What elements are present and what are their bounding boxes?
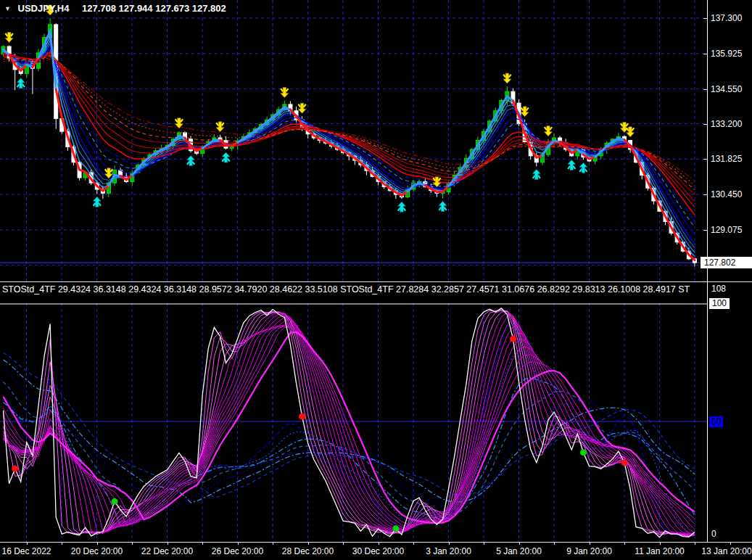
time-axis-tick — [484, 542, 484, 545]
symbol-dropdown-icon[interactable]: ▼ — [4, 5, 11, 12]
time-axis-tick — [202, 542, 203, 545]
price-axis-label: 129.075 — [711, 225, 742, 235]
time-axis-label: 3 Jan 20:00 — [426, 546, 471, 556]
time-axis-tick — [590, 542, 590, 545]
time-axis-label: 9 Jan 20:00 — [566, 546, 612, 556]
price-axis-tick — [703, 159, 707, 160]
time-axis-tick — [273, 542, 273, 545]
ohlc-values: 127.708 127.944 127.673 127.802 — [82, 3, 226, 14]
time-axis-tick — [695, 542, 695, 545]
price-axis-tick — [703, 18, 707, 19]
indicator-canvas[interactable] — [0, 303, 752, 542]
indicator-values-bar: STOStd_4TF 29.4324 36.3148 29.4324 36.31… — [2, 284, 697, 295]
price-axis-label: 135.925 — [711, 49, 742, 59]
time-axis-tick — [554, 542, 555, 545]
mt4-chart-window: ▼ USDJPY,H4 127.708 127.944 127.673 127.… — [0, 0, 752, 560]
time-axis-tick — [27, 542, 28, 545]
subwindow-separator[interactable] — [0, 281, 752, 282]
price-axis-label: 137.300 — [711, 13, 742, 23]
time-axis-label: 26 Dec 20:00 — [212, 546, 263, 556]
current-price-box: 127.802 — [701, 257, 752, 268]
indicator-level-50-box: 50 — [709, 416, 723, 427]
time-axis-tick — [238, 542, 239, 545]
price-axis-label: 130.450 — [711, 189, 742, 199]
indicator-level-0-label: 0 — [711, 529, 716, 539]
price-axis-tick — [703, 194, 707, 195]
main-chart-canvas[interactable] — [0, 0, 752, 281]
price-axis-tick — [703, 54, 707, 54]
time-axis-tick — [308, 542, 309, 545]
symbol-period-label: USDJPY,H4 — [18, 3, 70, 14]
time-axis-label: 30 Dec 20:00 — [352, 546, 404, 556]
time-axis-tick — [624, 542, 625, 545]
time-axis-tick — [379, 542, 379, 545]
time-axis-tick — [62, 542, 62, 545]
time-axis-label: 20 Dec 20:00 — [71, 546, 123, 556]
time-axis-label: 22 Dec 20:00 — [141, 546, 193, 556]
time-axis-tick — [97, 542, 98, 545]
indicator-level-100-box: 100 — [709, 298, 730, 309]
price-axis-label: 133.200 — [711, 119, 742, 129]
price-axis-tick — [703, 89, 707, 90]
time-axis-label: 11 Jan 20:00 — [635, 546, 685, 556]
time-axis-tick — [343, 542, 344, 545]
chart-title: ▼ USDJPY,H4 127.708 127.944 127.673 127.… — [4, 3, 226, 14]
price-axis-tick — [703, 230, 707, 231]
time-axis-tick — [168, 542, 168, 545]
time-axis-tick — [449, 542, 450, 545]
indicator-scale-max-label: 108 — [711, 284, 726, 294]
time-axis-label: 13 Jan 20:00 — [701, 546, 751, 556]
time-axis-label: 28 Dec 20:00 — [282, 546, 334, 556]
time-axis-label: 16 Dec 2022 — [1, 546, 51, 556]
price-axis-label: 134.550 — [711, 84, 742, 94]
time-axis-tick — [519, 542, 520, 545]
time-axis-label: 5 Jan 20:00 — [496, 546, 542, 556]
time-axis-tick — [660, 542, 661, 545]
price-axis-tick — [703, 124, 707, 125]
time-axis-baseline — [0, 542, 752, 543]
time-axis-tick — [413, 542, 414, 545]
price-axis-label: 131.825 — [711, 154, 742, 164]
time-axis-tick — [132, 542, 133, 545]
time-axis-tick — [730, 542, 731, 545]
price-axis-border[interactable] — [707, 0, 708, 542]
